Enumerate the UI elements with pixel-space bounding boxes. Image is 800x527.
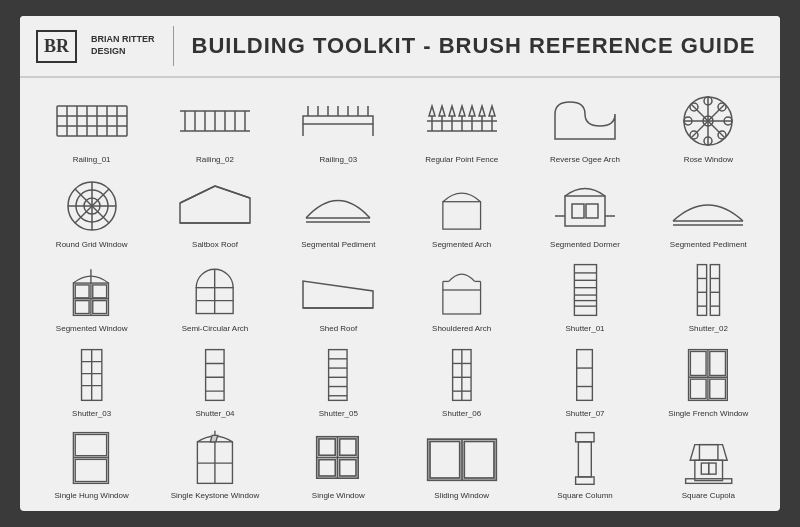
brush-item: Square Cupola xyxy=(649,424,768,503)
svg-rect-165 xyxy=(699,445,717,461)
brush-label: Railing_03 xyxy=(319,155,357,165)
brush-item: Single French Window xyxy=(649,340,768,421)
brush-icon-shutter04 xyxy=(157,344,272,406)
brush-label: Single Hung Window xyxy=(55,491,129,501)
brush-item: Single Window xyxy=(279,424,398,503)
brush-item: Round Grid Window xyxy=(32,171,151,252)
svg-rect-138 xyxy=(710,351,726,375)
brush-label: Shouldered Arch xyxy=(432,324,491,334)
brush-label: Semi-Circular Arch xyxy=(182,324,249,334)
brush-item: Square Column xyxy=(525,424,644,503)
brush-item: Segmented Dormer xyxy=(525,171,644,252)
main-card: BR BRIAN RITTER DESIGN BUILDING TOOLKIT … xyxy=(20,16,780,511)
brush-icon-shed-roof xyxy=(281,259,396,321)
brush-item: Single Keystone Window xyxy=(155,424,274,503)
brush-icon-single-window xyxy=(281,428,396,488)
svg-marker-35 xyxy=(479,106,485,116)
svg-marker-36 xyxy=(489,106,495,116)
svg-marker-32 xyxy=(449,106,455,116)
brush-icon-square-cupola xyxy=(651,428,766,488)
svg-rect-73 xyxy=(572,204,584,218)
brush-label: Round Grid Window xyxy=(56,240,128,250)
brush-icon-sliding xyxy=(404,428,519,488)
logo-letters: BR xyxy=(44,36,69,57)
brush-item: Reverse Ogee Arch xyxy=(525,86,644,167)
brush-label: Sliding Window xyxy=(434,491,489,501)
brush-icon-single-hung xyxy=(34,428,149,488)
svg-line-66 xyxy=(180,186,215,203)
brush-label: Shutter_02 xyxy=(689,324,728,334)
brush-item: Regular Point Fence xyxy=(402,86,521,167)
brush-icon-keystone xyxy=(157,428,272,488)
svg-rect-160 xyxy=(576,433,594,442)
brush-icon-semi-circ xyxy=(157,259,272,321)
svg-rect-84 xyxy=(76,301,90,314)
brush-icon-railing03 xyxy=(281,90,396,152)
brush-label: Reverse Ogee Arch xyxy=(550,155,620,165)
svg-marker-148 xyxy=(210,436,217,442)
svg-rect-162 xyxy=(576,477,594,484)
brush-label: Shutter_07 xyxy=(565,409,604,419)
brush-icon-shutter05 xyxy=(281,344,396,406)
brush-icon-reverse-ogee xyxy=(527,90,642,152)
brush-label: Shutter_06 xyxy=(442,409,481,419)
brush-item: Shutter_02 xyxy=(649,255,768,336)
svg-rect-18 xyxy=(303,116,373,124)
brush-icon-shouldered-arch xyxy=(404,259,519,321)
brush-item: Segmented Pediment xyxy=(649,171,768,252)
brush-icon-seg-arch xyxy=(404,175,519,237)
brush-label: Shutter_05 xyxy=(319,409,358,419)
svg-rect-154 xyxy=(319,460,335,476)
brush-label: Saltbox Roof xyxy=(192,240,238,250)
brush-label: Segmented Dormer xyxy=(550,240,620,250)
svg-rect-159 xyxy=(464,441,494,478)
svg-rect-103 xyxy=(697,265,706,316)
brush-item: Shouldered Arch xyxy=(402,255,521,336)
brush-label: Single Window xyxy=(312,491,365,501)
svg-rect-140 xyxy=(710,379,726,398)
brush-item: Sliding Window xyxy=(402,424,521,503)
brush-label: Single French Window xyxy=(668,409,748,419)
brush-label: Segmented Window xyxy=(56,324,128,334)
header: BR BRIAN RITTER DESIGN BUILDING TOOLKIT … xyxy=(20,16,780,78)
svg-line-67 xyxy=(215,186,250,198)
brush-icon-saltbox xyxy=(157,175,272,237)
svg-marker-164 xyxy=(690,445,727,461)
brush-item: Shed Roof xyxy=(279,255,398,336)
logo-box: BR xyxy=(36,30,77,63)
brush-label: Shed Roof xyxy=(319,324,357,334)
brush-label: Square Cupola xyxy=(682,491,735,501)
brush-label: Segmented Arch xyxy=(432,240,491,250)
brush-item: Segmented Arch xyxy=(402,171,521,252)
svg-marker-33 xyxy=(459,106,465,116)
brush-grid: Railing_01 Railing_02 xyxy=(20,78,780,511)
svg-rect-137 xyxy=(690,351,706,375)
brush-item: Semi-Circular Arch xyxy=(155,255,274,336)
svg-rect-82 xyxy=(76,285,90,298)
svg-rect-161 xyxy=(579,442,592,477)
svg-rect-120 xyxy=(329,349,347,400)
brand-name: BRIAN RITTER DESIGN xyxy=(91,34,155,57)
svg-rect-131 xyxy=(577,349,593,400)
brush-item: Shutter_06 xyxy=(402,340,521,421)
brush-item: Segmented Window xyxy=(32,255,151,336)
brush-item: Shutter_07 xyxy=(525,340,644,421)
svg-rect-168 xyxy=(708,463,715,474)
svg-marker-65 xyxy=(180,186,250,223)
svg-marker-31 xyxy=(439,106,445,116)
svg-rect-158 xyxy=(430,441,460,478)
brush-item: Railing_02 xyxy=(155,86,274,167)
svg-rect-85 xyxy=(93,301,107,314)
brush-label: Rose Window xyxy=(684,155,733,165)
brush-item: Shutter_01 xyxy=(525,255,644,336)
brush-item: Shutter_03 xyxy=(32,340,151,421)
brush-label: Regular Point Fence xyxy=(425,155,498,165)
brush-icon-railing01 xyxy=(34,90,149,152)
brush-icon-square-column xyxy=(527,428,642,488)
brush-label: Shutter_01 xyxy=(565,324,604,334)
svg-rect-167 xyxy=(701,463,708,474)
brush-item: Railing_01 xyxy=(32,86,151,167)
svg-rect-152 xyxy=(319,439,335,455)
svg-rect-116 xyxy=(206,349,224,400)
brush-item: Single Hung Window xyxy=(32,424,151,503)
